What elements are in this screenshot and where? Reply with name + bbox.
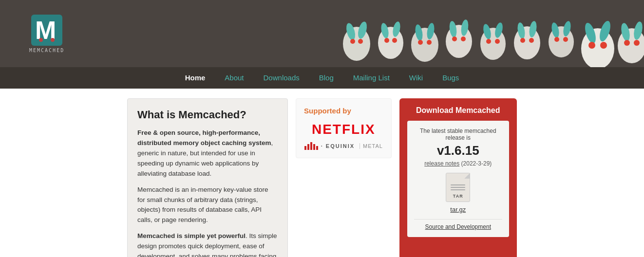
version-number: v1.6.15 [414,143,503,158]
supported-by-container: Supported by NETFLIX · EQUINIX METAL [296,98,391,158]
netflix-logo: NETFLIX [304,122,383,137]
equinix-text: · EQUINIX [321,143,355,149]
download-title: Download Memcached [407,106,510,115]
svg-point-3 [51,38,55,42]
logo-text: MEMCACHED [29,48,64,53]
tar-label: TAR [453,194,463,199]
tar-lines [451,183,465,192]
svg-point-33 [529,38,534,43]
panel-left-title: What is Memcached? [137,109,278,121]
svg-point-13 [392,38,397,43]
banner-creatures [303,0,644,67]
svg-point-27 [486,39,491,44]
latest-text: The latest stable memcached release is [414,128,503,141]
release-notes-link[interactable]: release notes [424,160,459,167]
svg-point-17 [418,40,423,45]
equinix-logo: · EQUINIX METAL [304,142,383,150]
svg-point-19 [446,25,472,58]
svg-point-12 [384,38,389,43]
svg-point-37 [554,37,559,42]
svg-point-8 [358,39,363,44]
download-inner: The latest stable memcached release is v… [407,121,510,237]
supported-by-panel: Supported by NETFLIX · EQUINIX METAL [296,98,391,257]
nav-about[interactable]: About [215,67,253,89]
download-panel: Download Memcached The latest stable mem… [399,98,517,257]
svg-point-47 [624,40,630,46]
banner: M MEMCACHED [0,0,644,67]
panel-left-para3: Memcached is simple yet powerful. Its si… [137,231,278,257]
nav-blog[interactable]: Blog [309,67,343,89]
nav-wiki[interactable]: Wiki [399,67,433,89]
para1-bold: Free & open source, high-performance, di… [137,129,271,147]
tar-file-icon: TAR [446,173,470,202]
divider [414,219,503,220]
svg-point-14 [411,28,438,62]
what-is-memcached-panel: What is Memcached? Free & open source, h… [127,98,288,257]
release-notes-line: release notes (2022-3-29) [414,160,503,167]
svg-point-32 [520,38,525,43]
svg-point-29 [514,26,540,59]
logo: M MEMCACHED [29,15,64,53]
supported-by-title: Supported by [304,107,383,115]
main-nav: Home About Downloads Blog Mailing List W… [0,67,644,89]
svg-point-2 [39,38,43,42]
svg-point-48 [634,40,640,46]
metal-text: METAL [360,143,383,149]
source-development-link[interactable]: Source and Development [414,223,503,230]
panel-left-para2: Memcached is an in-memory key-value stor… [137,185,278,226]
svg-point-42 [588,42,595,49]
nav-bugs[interactable]: Bugs [433,67,469,89]
main-content: What is Memcached? Free & open source, h… [122,89,522,257]
panel-left-para1: Free & open source, high-performance, di… [137,128,278,179]
nav-mailing-list[interactable]: Mailing List [343,67,399,89]
equinix-bars-icon [304,142,318,150]
svg-point-38 [563,37,568,42]
logo-icon: M [31,15,62,46]
svg-point-18 [427,40,432,45]
release-date: (2022-3-29) [461,160,492,167]
nav-home[interactable]: Home [175,67,215,89]
para3-bold: Memcached is simple yet powerful [137,232,246,239]
svg-point-23 [461,37,466,41]
svg-point-28 [495,39,500,44]
svg-point-7 [350,39,355,44]
svg-point-43 [600,42,607,49]
svg-point-22 [452,37,457,41]
tar-download-link[interactable]: tar.gz [414,206,503,213]
creatures-svg [313,0,644,67]
nav-downloads[interactable]: Downloads [254,67,309,89]
